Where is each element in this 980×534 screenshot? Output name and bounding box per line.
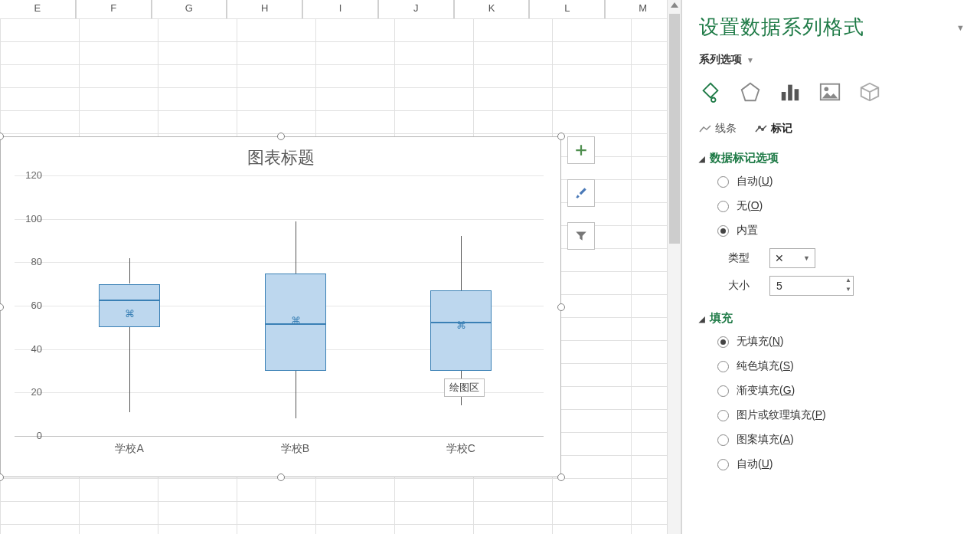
median-line (100, 300, 159, 301)
col-header[interactable]: L (529, 0, 605, 18)
picture-icon[interactable] (818, 80, 841, 103)
format-tabs: 线条 标记 (699, 122, 965, 136)
resize-handle[interactable] (0, 303, 4, 311)
chart-title[interactable]: 图表标题 (1, 137, 560, 175)
tab-line[interactable]: 线条 (699, 122, 737, 136)
spin-up-icon[interactable]: ▲ (845, 277, 851, 283)
col-header[interactable]: I (302, 0, 378, 18)
col-header[interactable]: F (76, 0, 152, 18)
column-headers: E F G H I J K L M (0, 0, 681, 19)
radio-none[interactable]: 无(O) (717, 199, 965, 213)
svg-marker-0 (742, 84, 760, 101)
box[interactable] (430, 290, 492, 371)
x-label: 学校A (47, 442, 212, 456)
radio-icon (717, 410, 729, 421)
y-tick: 120 (15, 169, 42, 181)
col-header[interactable]: E (0, 0, 76, 18)
y-tick: 80 (15, 256, 42, 267)
box[interactable] (99, 284, 160, 327)
radio-auto-fill[interactable]: 自动(U) (717, 457, 965, 471)
tab-marker[interactable]: 标记 (755, 122, 792, 136)
chart-filter-button[interactable] (567, 222, 595, 250)
chart-object[interactable]: 图表标题 120 100 80 60 40 20 0 ⌘ ⌘ (0, 136, 561, 477)
resize-handle[interactable] (277, 473, 285, 481)
chevron-down-icon: ▼ (746, 56, 754, 64)
col-header[interactable]: K (454, 0, 530, 18)
fill-line-icon[interactable] (699, 80, 722, 103)
plus-icon (574, 143, 588, 157)
vertical-scrollbar[interactable] (667, 0, 681, 534)
x-axis-labels: 学校A 学校B 学校C (47, 442, 544, 456)
pane-menu-dropdown[interactable]: ▼ (956, 23, 965, 32)
radio-solid-fill[interactable]: 纯色填充(S) (717, 359, 965, 373)
radio-pattern-fill[interactable]: 图案填充(A) (717, 433, 965, 447)
size-label: 大小 (728, 279, 769, 293)
radio-icon (717, 176, 729, 188)
col-header[interactable]: J (378, 0, 454, 18)
svg-rect-2 (788, 85, 792, 101)
resize-handle[interactable] (557, 303, 565, 311)
radio-gradient-fill[interactable]: 渐变填充(G) (717, 384, 965, 398)
radio-icon (717, 385, 729, 397)
spin-down-icon[interactable]: ▼ (845, 287, 851, 293)
scroll-thumb[interactable] (669, 14, 680, 244)
marker-tab-icon (755, 124, 767, 133)
format-category-icons (699, 80, 965, 103)
3d-icon[interactable] (858, 80, 881, 103)
y-tick: 0 (15, 430, 42, 441)
effects-icon[interactable] (739, 80, 762, 103)
marker-type-row: 类型 ✕ ▼ (728, 248, 965, 268)
svg-rect-1 (782, 92, 786, 100)
chart-styles-button[interactable] (567, 179, 595, 207)
spreadsheet-area[interactable]: E F G H I J K L M 图表标题 120 100 80 60 40 … (0, 0, 681, 534)
svg-point-5 (825, 87, 829, 91)
svg-point-6 (758, 126, 761, 129)
x-label: 学校C (378, 442, 544, 456)
series-options-dropdown[interactable]: 系列选项 ▼ (699, 53, 965, 67)
radio-icon (717, 459, 729, 470)
pane-title: 设置数据系列格式 (699, 14, 864, 41)
whisker (296, 221, 296, 274)
y-tick: 40 (15, 343, 42, 355)
fill-section: 填充 无填充(N) 纯色填充(S) 渐变填充(G) 图片或纹理填充(P) 图案填… (699, 311, 965, 471)
mean-marker-icon: ⌘ (125, 310, 134, 319)
chart-side-buttons (567, 136, 595, 265)
marker-size-row: 大小 5 ▲▼ (728, 276, 965, 296)
radio-icon (717, 361, 729, 372)
radio-icon (717, 201, 729, 212)
col-header[interactable]: H (227, 0, 302, 18)
radio-auto[interactable]: 自动(U) (717, 175, 965, 188)
radio-icon (717, 434, 729, 446)
mean-marker-icon: ⌘ (456, 321, 466, 330)
brush-icon (574, 186, 588, 200)
svg-rect-3 (795, 89, 799, 100)
series-options-icon[interactable] (779, 80, 802, 103)
type-label: 类型 (728, 251, 769, 265)
filter-icon (574, 229, 588, 243)
marker-size-spinner[interactable]: 5 ▲▼ (769, 276, 854, 296)
tooltip: 绘图区 (444, 378, 485, 397)
resize-handle[interactable] (277, 133, 285, 140)
scroll-up-icon[interactable] (671, 2, 678, 8)
whisker (296, 371, 296, 418)
radio-no-fill[interactable]: 无填充(N) (717, 335, 965, 349)
col-header[interactable]: G (152, 0, 227, 18)
mean-marker-icon: ⌘ (291, 316, 300, 326)
marker-options-section: 数据标记选项 自动(U) 无(O) 内置 类型 ✕ ▼ 大小 (699, 151, 965, 296)
y-tick: 60 (15, 300, 42, 311)
marker-type-combo[interactable]: ✕ ▼ (769, 248, 815, 268)
section-header[interactable]: 填充 (699, 311, 965, 326)
plot-area[interactable]: 120 100 80 60 40 20 0 ⌘ ⌘ (47, 175, 544, 436)
chevron-down-icon: ▼ (803, 254, 810, 262)
format-pane: 设置数据系列格式 ▼ 系列选项 ▼ 线条 标记 数据标记选项 自动(U) (681, 0, 980, 534)
radio-icon (717, 225, 729, 237)
add-chart-element-button[interactable] (567, 136, 595, 164)
resize-handle[interactable] (557, 133, 565, 140)
radio-builtin[interactable]: 内置 (717, 224, 965, 238)
section-header[interactable]: 数据标记选项 (699, 151, 965, 165)
radio-picture-fill[interactable]: 图片或纹理填充(P) (717, 408, 965, 422)
y-tick: 20 (15, 386, 42, 398)
whisker (461, 236, 462, 290)
y-tick: 100 (15, 213, 42, 224)
resize-handle[interactable] (557, 473, 565, 481)
